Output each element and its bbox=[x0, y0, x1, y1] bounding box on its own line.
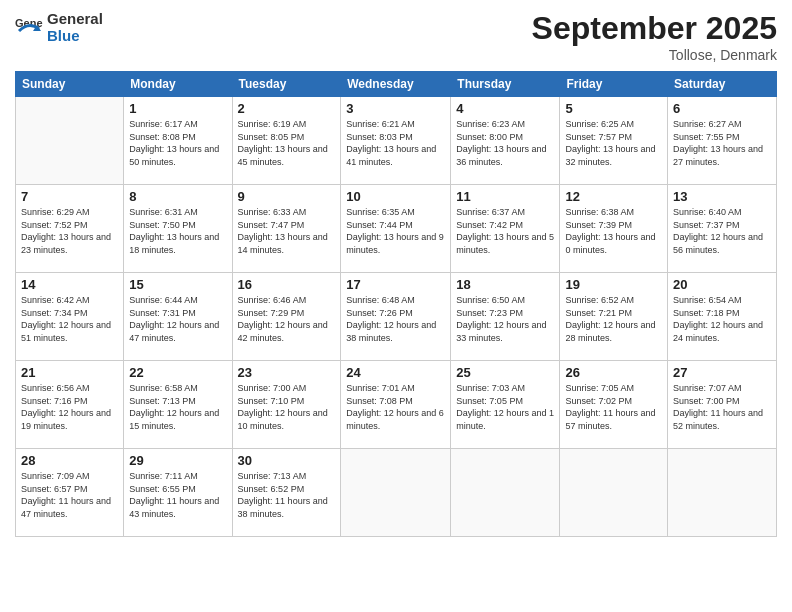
logo-icon: General bbox=[15, 13, 43, 41]
weekday-header-saturday: Saturday bbox=[668, 72, 777, 97]
calendar-cell: 7Sunrise: 6:29 AMSunset: 7:52 PMDaylight… bbox=[16, 185, 124, 273]
day-info: Sunrise: 6:23 AMSunset: 8:00 PMDaylight:… bbox=[456, 118, 554, 168]
day-info: Sunrise: 6:50 AMSunset: 7:23 PMDaylight:… bbox=[456, 294, 554, 344]
day-info: Sunrise: 7:09 AMSunset: 6:57 PMDaylight:… bbox=[21, 470, 118, 520]
day-info: Sunrise: 6:17 AMSunset: 8:08 PMDaylight:… bbox=[129, 118, 226, 168]
week-row-0: 1Sunrise: 6:17 AMSunset: 8:08 PMDaylight… bbox=[16, 97, 777, 185]
day-info: Sunrise: 6:48 AMSunset: 7:26 PMDaylight:… bbox=[346, 294, 445, 344]
calendar-cell: 11Sunrise: 6:37 AMSunset: 7:42 PMDayligh… bbox=[451, 185, 560, 273]
day-info: Sunrise: 6:21 AMSunset: 8:03 PMDaylight:… bbox=[346, 118, 445, 168]
calendar-cell: 4Sunrise: 6:23 AMSunset: 8:00 PMDaylight… bbox=[451, 97, 560, 185]
calendar-cell: 9Sunrise: 6:33 AMSunset: 7:47 PMDaylight… bbox=[232, 185, 341, 273]
calendar-cell: 27Sunrise: 7:07 AMSunset: 7:00 PMDayligh… bbox=[668, 361, 777, 449]
day-number: 14 bbox=[21, 277, 118, 292]
day-info: Sunrise: 6:37 AMSunset: 7:42 PMDaylight:… bbox=[456, 206, 554, 256]
day-info: Sunrise: 6:40 AMSunset: 7:37 PMDaylight:… bbox=[673, 206, 771, 256]
weekday-header-row: SundayMondayTuesdayWednesdayThursdayFrid… bbox=[16, 72, 777, 97]
day-number: 18 bbox=[456, 277, 554, 292]
day-number: 26 bbox=[565, 365, 662, 380]
calendar-table: SundayMondayTuesdayWednesdayThursdayFrid… bbox=[15, 71, 777, 537]
day-number: 21 bbox=[21, 365, 118, 380]
calendar-cell: 28Sunrise: 7:09 AMSunset: 6:57 PMDayligh… bbox=[16, 449, 124, 537]
day-info: Sunrise: 6:19 AMSunset: 8:05 PMDaylight:… bbox=[238, 118, 336, 168]
day-number: 11 bbox=[456, 189, 554, 204]
calendar-cell: 29Sunrise: 7:11 AMSunset: 6:55 PMDayligh… bbox=[124, 449, 232, 537]
page: General General Blue September 2025 Toll… bbox=[0, 0, 792, 612]
day-info: Sunrise: 6:27 AMSunset: 7:55 PMDaylight:… bbox=[673, 118, 771, 168]
day-number: 17 bbox=[346, 277, 445, 292]
logo-text: General Blue bbox=[47, 10, 103, 45]
header: General General Blue September 2025 Toll… bbox=[15, 10, 777, 63]
calendar-cell: 2Sunrise: 6:19 AMSunset: 8:05 PMDaylight… bbox=[232, 97, 341, 185]
calendar-cell: 5Sunrise: 6:25 AMSunset: 7:57 PMDaylight… bbox=[560, 97, 668, 185]
calendar-cell: 13Sunrise: 6:40 AMSunset: 7:37 PMDayligh… bbox=[668, 185, 777, 273]
calendar-cell: 16Sunrise: 6:46 AMSunset: 7:29 PMDayligh… bbox=[232, 273, 341, 361]
day-number: 8 bbox=[129, 189, 226, 204]
calendar-cell: 6Sunrise: 6:27 AMSunset: 7:55 PMDaylight… bbox=[668, 97, 777, 185]
day-info: Sunrise: 6:29 AMSunset: 7:52 PMDaylight:… bbox=[21, 206, 118, 256]
calendar-cell: 3Sunrise: 6:21 AMSunset: 8:03 PMDaylight… bbox=[341, 97, 451, 185]
day-number: 10 bbox=[346, 189, 445, 204]
weekday-header-tuesday: Tuesday bbox=[232, 72, 341, 97]
day-info: Sunrise: 7:11 AMSunset: 6:55 PMDaylight:… bbox=[129, 470, 226, 520]
calendar-cell bbox=[16, 97, 124, 185]
day-number: 6 bbox=[673, 101, 771, 116]
weekday-header-sunday: Sunday bbox=[16, 72, 124, 97]
day-number: 29 bbox=[129, 453, 226, 468]
day-number: 25 bbox=[456, 365, 554, 380]
day-number: 24 bbox=[346, 365, 445, 380]
day-info: Sunrise: 7:03 AMSunset: 7:05 PMDaylight:… bbox=[456, 382, 554, 432]
day-number: 13 bbox=[673, 189, 771, 204]
day-number: 23 bbox=[238, 365, 336, 380]
day-number: 2 bbox=[238, 101, 336, 116]
week-row-4: 28Sunrise: 7:09 AMSunset: 6:57 PMDayligh… bbox=[16, 449, 777, 537]
calendar-cell bbox=[560, 449, 668, 537]
calendar-cell: 19Sunrise: 6:52 AMSunset: 7:21 PMDayligh… bbox=[560, 273, 668, 361]
weekday-header-monday: Monday bbox=[124, 72, 232, 97]
day-info: Sunrise: 6:33 AMSunset: 7:47 PMDaylight:… bbox=[238, 206, 336, 256]
day-info: Sunrise: 6:31 AMSunset: 7:50 PMDaylight:… bbox=[129, 206, 226, 256]
day-number: 1 bbox=[129, 101, 226, 116]
calendar-cell: 10Sunrise: 6:35 AMSunset: 7:44 PMDayligh… bbox=[341, 185, 451, 273]
day-number: 16 bbox=[238, 277, 336, 292]
day-number: 3 bbox=[346, 101, 445, 116]
day-number: 30 bbox=[238, 453, 336, 468]
day-number: 5 bbox=[565, 101, 662, 116]
day-info: Sunrise: 7:07 AMSunset: 7:00 PMDaylight:… bbox=[673, 382, 771, 432]
logo-blue: Blue bbox=[47, 27, 80, 44]
day-info: Sunrise: 6:44 AMSunset: 7:31 PMDaylight:… bbox=[129, 294, 226, 344]
calendar-cell: 14Sunrise: 6:42 AMSunset: 7:34 PMDayligh… bbox=[16, 273, 124, 361]
day-info: Sunrise: 6:25 AMSunset: 7:57 PMDaylight:… bbox=[565, 118, 662, 168]
day-number: 27 bbox=[673, 365, 771, 380]
month-title: September 2025 bbox=[532, 10, 777, 47]
calendar-cell: 22Sunrise: 6:58 AMSunset: 7:13 PMDayligh… bbox=[124, 361, 232, 449]
day-number: 7 bbox=[21, 189, 118, 204]
day-number: 9 bbox=[238, 189, 336, 204]
weekday-header-thursday: Thursday bbox=[451, 72, 560, 97]
day-number: 15 bbox=[129, 277, 226, 292]
week-row-2: 14Sunrise: 6:42 AMSunset: 7:34 PMDayligh… bbox=[16, 273, 777, 361]
day-info: Sunrise: 6:38 AMSunset: 7:39 PMDaylight:… bbox=[565, 206, 662, 256]
calendar-cell: 25Sunrise: 7:03 AMSunset: 7:05 PMDayligh… bbox=[451, 361, 560, 449]
day-info: Sunrise: 7:05 AMSunset: 7:02 PMDaylight:… bbox=[565, 382, 662, 432]
calendar-cell bbox=[668, 449, 777, 537]
logo: General General Blue bbox=[15, 10, 103, 45]
title-block: September 2025 Tollose, Denmark bbox=[532, 10, 777, 63]
calendar-cell: 30Sunrise: 7:13 AMSunset: 6:52 PMDayligh… bbox=[232, 449, 341, 537]
calendar-cell bbox=[451, 449, 560, 537]
week-row-3: 21Sunrise: 6:56 AMSunset: 7:16 PMDayligh… bbox=[16, 361, 777, 449]
calendar-cell: 8Sunrise: 6:31 AMSunset: 7:50 PMDaylight… bbox=[124, 185, 232, 273]
calendar-cell: 21Sunrise: 6:56 AMSunset: 7:16 PMDayligh… bbox=[16, 361, 124, 449]
calendar-cell: 17Sunrise: 6:48 AMSunset: 7:26 PMDayligh… bbox=[341, 273, 451, 361]
calendar-cell: 1Sunrise: 6:17 AMSunset: 8:08 PMDaylight… bbox=[124, 97, 232, 185]
logo-general: General bbox=[47, 10, 103, 27]
day-info: Sunrise: 7:00 AMSunset: 7:10 PMDaylight:… bbox=[238, 382, 336, 432]
day-info: Sunrise: 6:56 AMSunset: 7:16 PMDaylight:… bbox=[21, 382, 118, 432]
day-number: 20 bbox=[673, 277, 771, 292]
calendar-cell: 23Sunrise: 7:00 AMSunset: 7:10 PMDayligh… bbox=[232, 361, 341, 449]
calendar-cell: 15Sunrise: 6:44 AMSunset: 7:31 PMDayligh… bbox=[124, 273, 232, 361]
day-info: Sunrise: 6:42 AMSunset: 7:34 PMDaylight:… bbox=[21, 294, 118, 344]
calendar-cell: 20Sunrise: 6:54 AMSunset: 7:18 PMDayligh… bbox=[668, 273, 777, 361]
day-number: 22 bbox=[129, 365, 226, 380]
calendar-cell: 26Sunrise: 7:05 AMSunset: 7:02 PMDayligh… bbox=[560, 361, 668, 449]
